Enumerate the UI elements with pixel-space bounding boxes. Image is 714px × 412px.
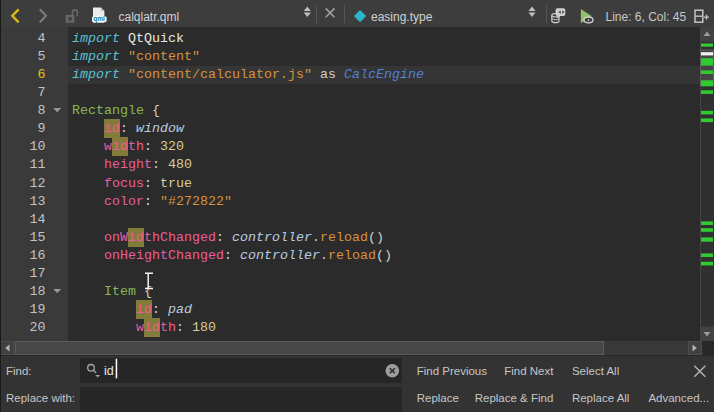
svg-text:qml: qml xyxy=(93,15,105,23)
